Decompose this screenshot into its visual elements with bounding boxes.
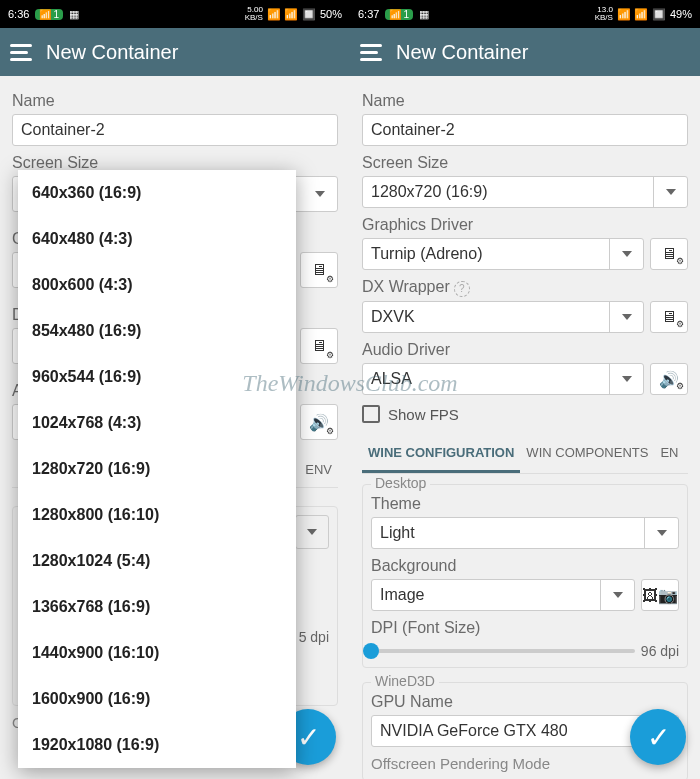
gfx-driver-label: Graphics Driver	[362, 216, 688, 234]
screen-size-label: Screen Size	[362, 154, 688, 172]
dropdown-item[interactable]: 640x480 (4:3)	[18, 216, 296, 262]
status-bar: 6:37 📶 1 ▦ 13.0 KB/S 📶 📶 🔲 49%	[350, 0, 700, 28]
battery-icon: 🔲	[302, 8, 316, 21]
background-select[interactable]: Image	[371, 579, 635, 611]
gpu-name-label: GPU Name	[371, 693, 679, 711]
name-label: Name	[12, 92, 338, 110]
dropdown-item[interactable]: 960x544 (16:9)	[18, 354, 296, 400]
dropdown-item[interactable]: 1600x900 (16:9)	[18, 676, 296, 722]
screen-size-dropdown: 640x360 (16:9) 640x480 (4:3) 800x600 (4:…	[18, 170, 296, 768]
chevron-down-icon	[609, 239, 643, 269]
screen-size-select[interactable]: 1280x720 (16:9)	[362, 176, 688, 208]
left-phone: 6:36 📶 1 ▦ 5.00 KB/S 📶 📶 🔲 50% New Conta…	[0, 0, 350, 779]
gfx-driver-select[interactable]: Turnip (Adreno)	[362, 238, 644, 270]
dx-settings-icon[interactable]: 🖥⚙	[300, 328, 338, 364]
confirm-fab[interactable]: ✓	[630, 709, 686, 765]
dpi-peek-value: 5 dpi	[299, 629, 329, 645]
background-label: Background	[371, 557, 679, 575]
dx-wrapper-label: DX Wrapper	[362, 278, 688, 297]
camera-icon: 🖼📷	[642, 586, 678, 605]
chevron-down-icon	[644, 518, 678, 548]
nfc-icon: ▦	[419, 8, 429, 21]
dropdown-item[interactable]: 640x360 (16:9)	[18, 170, 296, 216]
check-icon: ✓	[297, 721, 320, 754]
dropdown-item[interactable]: 1366x768 (16:9)	[18, 584, 296, 630]
battery-icon: 🔲	[652, 8, 666, 21]
clock: 6:37	[358, 8, 379, 20]
background-camera-button[interactable]: 🖼📷	[641, 579, 679, 611]
gfx-settings-icon[interactable]: 🖥⚙	[300, 252, 338, 288]
name-input[interactable]	[362, 114, 688, 146]
page-title: New Container	[396, 41, 528, 64]
show-fps-label: Show FPS	[388, 406, 459, 423]
app-header: New Container	[0, 28, 350, 76]
chevron-down-icon	[600, 580, 634, 610]
offscreen-label: Offscreen Pendering Mode	[371, 755, 679, 772]
gfx-settings-button[interactable]: 🖥⚙	[650, 238, 688, 270]
network-speed: 5.00 KB/S	[245, 6, 263, 22]
desktop-section-title: Desktop	[371, 475, 430, 491]
dropdown-item[interactable]: 1920x1080 (16:9)	[18, 722, 296, 768]
sim-badge: 📶 1	[35, 9, 63, 20]
chevron-down-icon	[609, 302, 643, 332]
tab-env[interactable]: ENV	[299, 452, 338, 487]
dpi-slider[interactable]	[371, 649, 635, 653]
dropdown-item[interactable]: 1280x720 (16:9)	[18, 446, 296, 492]
dropdown-item[interactable]: 854x480 (16:9)	[18, 308, 296, 354]
menu-icon[interactable]	[360, 44, 382, 61]
dropdown-item[interactable]: 800x600 (4:3)	[18, 262, 296, 308]
dropdown-item[interactable]: 1440x900 (16:10)	[18, 630, 296, 676]
signal-icon: 📶 📶	[617, 8, 648, 21]
name-input[interactable]	[12, 114, 338, 146]
audio-settings-icon[interactable]: 🔊⚙	[300, 404, 338, 440]
dx-wrapper-select[interactable]: DXVK	[362, 301, 644, 333]
theme-select[interactable]: Light	[371, 517, 679, 549]
audio-settings-button[interactable]: 🔊⚙	[650, 363, 688, 395]
audio-driver-select[interactable]: ALSA	[362, 363, 644, 395]
dpi-label: DPI (Font Size)	[371, 619, 679, 637]
signal-icon: 📶 📶	[267, 8, 298, 21]
battery-percent: 49%	[670, 8, 692, 20]
battery-percent: 50%	[320, 8, 342, 20]
page-title: New Container	[46, 41, 178, 64]
wined3d-section-title: WineD3D	[371, 673, 439, 689]
tab-env[interactable]: EN	[654, 435, 684, 473]
chevron-down-icon	[653, 177, 687, 207]
check-icon: ✓	[647, 721, 670, 754]
nfc-icon: ▦	[69, 8, 79, 21]
theme-label: Theme	[371, 495, 679, 513]
name-label: Name	[362, 92, 688, 110]
right-phone: 6:37 📶 1 ▦ 13.0 KB/S 📶 📶 🔲 49% New Conta…	[350, 0, 700, 779]
chevron-down-icon	[609, 364, 643, 394]
menu-icon[interactable]	[10, 44, 32, 61]
status-bar: 6:36 📶 1 ▦ 5.00 KB/S 📶 📶 🔲 50%	[0, 0, 350, 28]
dx-settings-button[interactable]: 🖥⚙	[650, 301, 688, 333]
tab-wine-config[interactable]: WINE CONFIGURATION	[362, 435, 520, 473]
show-fps-checkbox[interactable]	[362, 405, 380, 423]
sim-badge: 📶 1	[385, 9, 413, 20]
dropdown-item[interactable]: 1280x1024 (5:4)	[18, 538, 296, 584]
dropdown-item[interactable]: 1280x800 (16:10)	[18, 492, 296, 538]
clock: 6:36	[8, 8, 29, 20]
app-header: New Container	[350, 28, 700, 76]
tab-win-components[interactable]: WIN COMPONENTS	[520, 435, 654, 473]
dropdown-item[interactable]: 1024x768 (4:3)	[18, 400, 296, 446]
audio-driver-label: Audio Driver	[362, 341, 688, 359]
dpi-value: 96 dpi	[641, 643, 679, 659]
network-speed: 13.0 KB/S	[595, 6, 613, 22]
